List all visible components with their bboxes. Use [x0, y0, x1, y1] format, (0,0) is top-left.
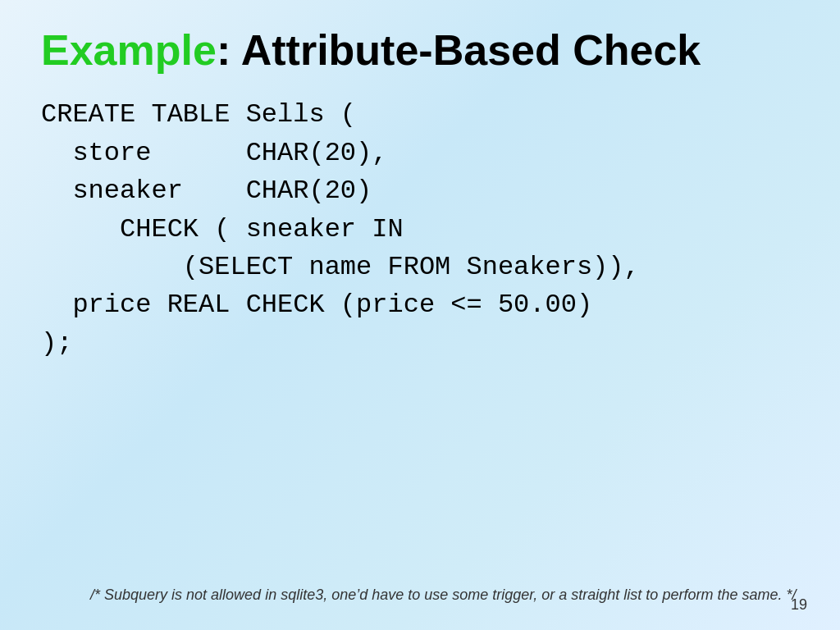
code-line-5: (SELECT name FROM Sneakers)), [41, 249, 799, 286]
slide-title: Example: Attribute-Based Check [41, 25, 799, 75]
code-line-4: CHECK ( sneaker IN [41, 211, 799, 249]
title-rest: : Attribute-Based Check [217, 26, 701, 74]
code-line-2: store CHAR(20), [41, 135, 799, 172]
code-line-6: price REAL CHECK (price <= 50.00) [41, 286, 799, 324]
code-line-3: sneaker CHAR(20) [41, 172, 799, 210]
code-line-1: CREATE TABLE Sells ( [41, 96, 799, 134]
slide: Example: Attribute-Based Check CREATE TA… [0, 0, 840, 630]
slide-note: /* Subquery is not allowed in sqlite3, o… [41, 585, 799, 605]
code-line-7: ); [41, 325, 799, 363]
title-example: Example [41, 26, 217, 74]
code-block: CREATE TABLE Sells ( store CHAR(20), sne… [41, 96, 799, 576]
slide-number: 19 [791, 596, 807, 614]
